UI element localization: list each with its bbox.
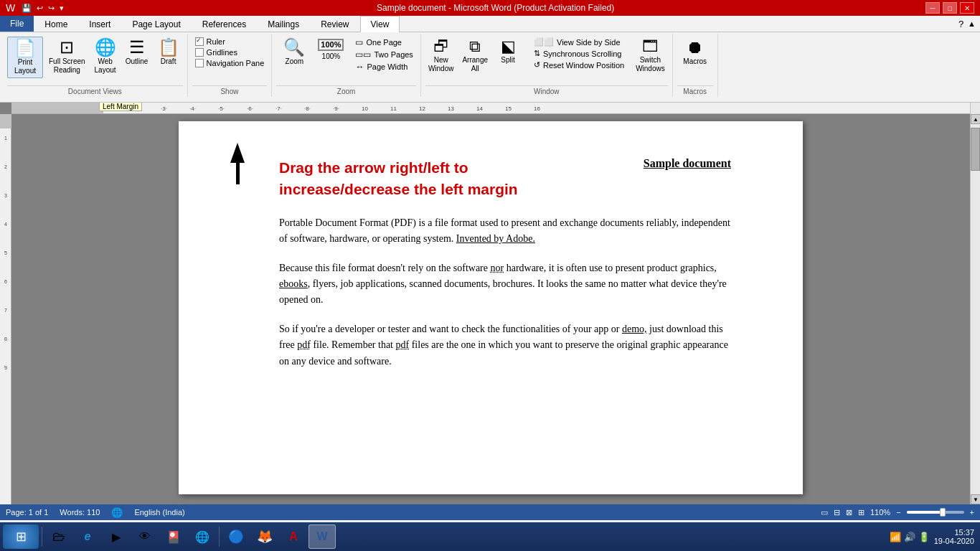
close-btn[interactable]: ✕ bbox=[960, 2, 974, 14]
ruler-checkbox[interactable] bbox=[195, 37, 204, 46]
layout-view-icon1[interactable]: ▭ bbox=[821, 508, 828, 517]
reset-window-btn[interactable]: ↺ Reset Window Position bbox=[531, 60, 627, 70]
zoom-pages: ▭ One Page ▭▭ Two Pages ↔ Page Width bbox=[352, 37, 415, 72]
svg-text:7: 7 bbox=[4, 308, 7, 313]
scroll-up-btn[interactable]: ▲ bbox=[971, 114, 980, 124]
restore-btn[interactable]: □ bbox=[943, 2, 957, 14]
view-side-by-side-btn[interactable]: ⬜⬜ View Side by Side bbox=[531, 37, 627, 47]
taskbar-card[interactable]: 🎴 bbox=[160, 524, 187, 549]
outline-btn[interactable]: ☰ Outline bbox=[123, 37, 151, 68]
tab-file[interactable]: File bbox=[0, 16, 34, 32]
svg-text:3: 3 bbox=[4, 193, 7, 198]
draft-btn[interactable]: 📋 Draft bbox=[154, 37, 183, 68]
tab-page-layout[interactable]: Page Layout bbox=[121, 16, 191, 32]
full-screen-icon: ⊡ bbox=[60, 39, 74, 56]
full-screen-reading-btn[interactable]: ⊡ Full ScreenReading bbox=[46, 37, 88, 77]
vertical-ruler: 1 2 3 4 5 6 7 8 9 bbox=[0, 114, 11, 504]
paragraph-3: So if you're a developer or tester and w… bbox=[279, 321, 731, 369]
split-label: Split bbox=[501, 56, 514, 65]
sync-scroll-icon: ⇅ bbox=[534, 49, 540, 58]
print-layout-icon: 📄 bbox=[14, 39, 36, 57]
layout-view-icon2[interactable]: ⊟ bbox=[834, 508, 840, 517]
pdf-link2: pdf bbox=[396, 339, 410, 350]
zoom-percent: 110% bbox=[870, 508, 890, 517]
switch-windows-label: SwitchWindows bbox=[636, 56, 665, 73]
100percent-btn[interactable]: 100% 100% bbox=[315, 37, 347, 63]
redo-qa-btn[interactable]: ↪ bbox=[47, 4, 56, 13]
tab-insert[interactable]: Insert bbox=[78, 16, 121, 32]
main-doc-area: 1 2 3 4 5 6 7 8 9 bbox=[0, 114, 980, 504]
zoom-minus-icon[interactable]: − bbox=[896, 508, 900, 517]
zoom-plus-icon[interactable]: + bbox=[970, 508, 974, 517]
switch-windows-btn[interactable]: 🗔 SwitchWindows bbox=[633, 37, 668, 75]
taskbar-right: 📶 🔊 🔋 15:37 19-04-2020 bbox=[890, 528, 977, 545]
qa-dropdown[interactable]: ▾ bbox=[58, 4, 65, 13]
undo-qa-btn[interactable]: ↩ bbox=[35, 4, 44, 13]
minimize-btn[interactable]: ─ bbox=[925, 2, 940, 14]
scroll-track[interactable] bbox=[971, 124, 980, 494]
tab-review[interactable]: Review bbox=[310, 16, 359, 32]
web-layout-label: WebLayout bbox=[95, 57, 116, 75]
tab-mailings[interactable]: Mailings bbox=[257, 16, 310, 32]
window-controls: ─ □ ✕ bbox=[925, 2, 974, 14]
layout-view-icon4[interactable]: ⊞ bbox=[858, 508, 864, 517]
title-bar: W 💾 ↩ ↪ ▾ Sample document - Microsoft Wo… bbox=[0, 0, 980, 16]
start-button[interactable]: ⊞ bbox=[3, 524, 39, 549]
taskbar-word[interactable]: W bbox=[308, 524, 336, 549]
ribbon-groups: 📄 PrintLayout ⊡ Full ScreenReading 🌐 Web… bbox=[3, 34, 977, 97]
macros-btn[interactable]: ⏺ Macros bbox=[677, 37, 713, 68]
page-width-btn[interactable]: ↔ Page Width bbox=[352, 61, 415, 72]
two-pages-btn[interactable]: ▭▭ Two Pages bbox=[352, 49, 415, 60]
two-pages-icon: ▭▭ bbox=[355, 50, 371, 60]
nav-pane-label: Navigation Pane bbox=[207, 59, 265, 67]
layout-view-icon3[interactable]: ⊠ bbox=[846, 508, 852, 517]
new-window-btn[interactable]: 🗗 NewWindow bbox=[425, 37, 457, 75]
svg-text:5: 5 bbox=[4, 250, 7, 255]
zoom-handle[interactable] bbox=[940, 508, 946, 517]
language-info: English (India) bbox=[134, 508, 184, 517]
print-layout-btn[interactable]: 📄 PrintLayout bbox=[7, 37, 43, 78]
nav-pane-checkbox[interactable] bbox=[195, 59, 204, 67]
scroll-thumb[interactable] bbox=[971, 128, 980, 171]
svg-text:2: 2 bbox=[4, 164, 7, 169]
document-scroll-area[interactable]: Drag the arrow right/left to increase/de… bbox=[11, 114, 970, 504]
ruler-row: Left Margin ·1· ·2· ·3· ·4· ·5· ·6· ·7· … bbox=[0, 103, 980, 114]
tab-home[interactable]: Home bbox=[34, 16, 78, 32]
vertical-scrollbar[interactable]: ▲ ▼ bbox=[970, 114, 980, 504]
tab-references[interactable]: References bbox=[192, 16, 257, 32]
save-qa-btn[interactable]: 💾 bbox=[20, 4, 33, 13]
horizontal-ruler: Left Margin ·1· ·2· ·3· ·4· ·5· ·6· ·7· … bbox=[11, 103, 970, 114]
zoom-btn[interactable]: 🔍 Zoom bbox=[276, 37, 312, 68]
taskbar-pdf[interactable]: A bbox=[280, 524, 307, 549]
zoom-slider[interactable] bbox=[907, 511, 964, 514]
clock-display[interactable]: 15:37 19-04-2020 bbox=[934, 528, 974, 545]
split-btn[interactable]: ⬕ Split bbox=[494, 37, 522, 67]
zoom-label: Zoom bbox=[276, 85, 416, 97]
taskbar-camera[interactable]: 👁 bbox=[131, 524, 159, 549]
sync-scrolling-btn[interactable]: ⇅ Synchronous Scrolling bbox=[531, 48, 627, 59]
gridlines-checkbox[interactable] bbox=[195, 48, 204, 57]
tab-view[interactable]: View bbox=[360, 16, 400, 32]
web-layout-btn[interactable]: 🌐 WebLayout bbox=[91, 37, 120, 77]
gridlines-checkbox-row[interactable]: Gridlines bbox=[192, 47, 268, 57]
help-icon[interactable]: ? bbox=[958, 19, 963, 29]
new-window-label: NewWindow bbox=[428, 56, 454, 73]
taskbar-chrome[interactable]: 🔵 bbox=[222, 524, 250, 549]
arrange-all-btn[interactable]: ⧉ ArrangeAll bbox=[459, 37, 491, 75]
taskbar-firefox[interactable]: 🦊 bbox=[251, 524, 278, 549]
arrow-indicator bbox=[230, 143, 245, 184]
one-page-label: One Page bbox=[366, 38, 402, 47]
svg-text:10: 10 bbox=[362, 105, 368, 112]
nav-pane-checkbox-row[interactable]: Navigation Pane bbox=[192, 58, 268, 68]
taskbar-explorer[interactable]: 🗁 bbox=[45, 524, 72, 549]
scroll-down-btn[interactable]: ▼ bbox=[971, 494, 980, 504]
one-page-btn[interactable]: ▭ One Page bbox=[352, 37, 415, 48]
taskbar-media[interactable]: ▶ bbox=[103, 524, 130, 549]
arrow-head bbox=[230, 143, 245, 163]
taskbar-network[interactable]: 🌐 bbox=[189, 524, 216, 549]
taskbar-ie[interactable]: e bbox=[74, 524, 101, 549]
show-label: Show bbox=[192, 85, 268, 97]
ribbon-minimize-icon[interactable]: ▲ bbox=[968, 19, 976, 28]
svg-text:6: 6 bbox=[4, 279, 7, 284]
ruler-checkbox-row[interactable]: Ruler bbox=[192, 37, 268, 47]
